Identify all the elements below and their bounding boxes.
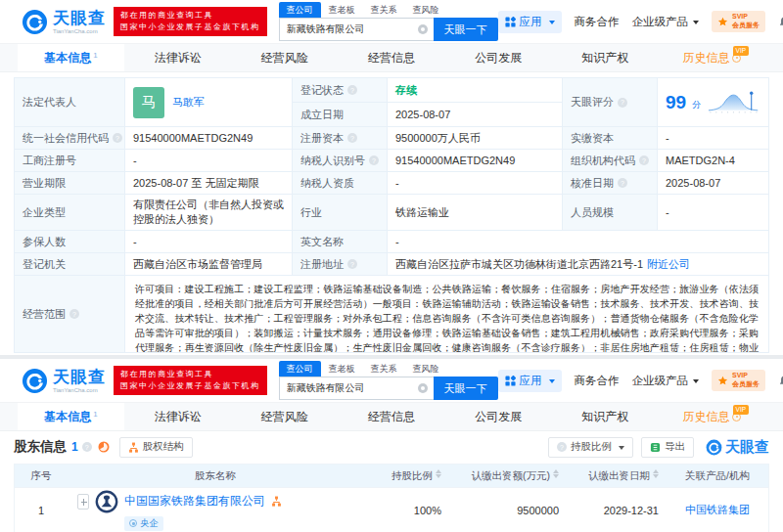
equity-structure-button[interactable]: 股权结构: [119, 437, 193, 458]
col-amount[interactable]: 认缴出资额(万元): [451, 469, 569, 483]
sort-icon[interactable]: [553, 469, 559, 483]
label-reg-authority: 登记机关: [15, 253, 124, 275]
search-tab-risk[interactable]: 查风险: [405, 2, 447, 18]
related-product-link[interactable]: 中国铁路集团: [685, 503, 750, 517]
nav-products[interactable]: 企业级产品: [632, 374, 700, 388]
nav-apps[interactable]: 应用: [498, 370, 562, 392]
tab-operation-risk[interactable]: 经营风险: [231, 403, 338, 430]
info-icon[interactable]: [347, 85, 357, 95]
badge-icon: [129, 519, 137, 527]
central-enterprise-badge[interactable]: 央企: [124, 516, 163, 531]
legal-rep-link[interactable]: 马敢军: [172, 95, 205, 110]
search-tab-company[interactable]: 查公司: [279, 361, 321, 377]
logo-domain: TianYanCha.com: [53, 387, 106, 393]
shareholders-count: 1: [71, 440, 78, 454]
tianyancha-logo-icon: [22, 9, 48, 35]
tianyancha-logo[interactable]: 天眼查 TianYanCha.com: [22, 368, 106, 394]
nav-cooperation[interactable]: 商务合作: [575, 374, 620, 388]
info-icon[interactable]: [347, 133, 357, 143]
tab-company-development[interactable]: 公司发展: [445, 44, 552, 71]
tianyancha-logo-icon: [706, 439, 722, 456]
svip-badge[interactable]: SVIP会员服务: [712, 370, 765, 391]
tianyan-score-cell[interactable]: 99 分: [658, 78, 768, 126]
info-icon[interactable]: [113, 133, 122, 143]
shareholder-name-link[interactable]: 中国国家铁路集团有限公司: [124, 493, 265, 510]
sort-icon[interactable]: [436, 469, 441, 483]
company-tabbar: 基本信息1 法律诉讼 经营风险 经营信息 公司发展 知识产权 历史信息 VIP: [0, 402, 783, 431]
banner-line2: 国家中小企业发展子基金旗下机构: [120, 380, 260, 392]
business-term-value: 2025-08-07 至 无固定期限: [125, 172, 292, 194]
info-icon[interactable]: [347, 259, 357, 269]
info-icon[interactable]: [369, 155, 379, 165]
search-button[interactable]: 天眼一下: [434, 377, 498, 400]
avatar[interactable]: 马: [133, 87, 164, 118]
tab-lawsuits[interactable]: 法律诉讼: [124, 44, 231, 71]
nav-notifications[interactable]: [778, 16, 783, 28]
nav-apps[interactable]: 应用: [498, 11, 562, 33]
search-input[interactable]: [279, 18, 434, 41]
col-date[interactable]: 认缴出资日期: [569, 469, 667, 483]
nearby-companies-link[interactable]: 附近公司: [647, 257, 690, 272]
expand-icon[interactable]: [77, 494, 89, 510]
tab-lawsuits[interactable]: 法律诉讼: [124, 403, 231, 430]
tab-operation-info[interactable]: 经营信息: [338, 44, 444, 71]
grid-icon: [505, 376, 516, 386]
logo-text: 天眼查: [53, 10, 106, 26]
export-button[interactable]: 导出: [641, 437, 694, 458]
sort-icon[interactable]: [653, 469, 659, 483]
search-input[interactable]: [279, 377, 434, 400]
search-block: 查公司 查老板 查关系 查风险 天眼一下: [279, 2, 498, 41]
search-tab-boss[interactable]: 查老板: [321, 361, 363, 377]
tab-intellectual-property[interactable]: 知识产权: [552, 403, 659, 430]
tab-company-development[interactable]: 公司发展: [445, 403, 552, 430]
tab-basic-info[interactable]: 基本信息1: [18, 403, 124, 430]
info-icon[interactable]: [69, 309, 79, 319]
camera-icon[interactable]: [418, 383, 428, 393]
basic-info-screenshot: 天眼查 TianYanCha.com 都在用的商业查询工具 国家中小企业发展子基…: [0, 0, 783, 355]
label-english-name: 英文名称: [293, 231, 387, 252]
org-structure-icon[interactable]: [271, 496, 282, 507]
tab-operation-info[interactable]: 经营信息: [338, 403, 444, 430]
col-ratio[interactable]: 持股比例: [363, 469, 451, 483]
tianyancha-logo-icon: [22, 368, 48, 394]
nav-products[interactable]: 企业级产品: [632, 15, 700, 29]
score-value: 99: [666, 93, 686, 111]
search-button[interactable]: 天眼一下: [434, 18, 498, 41]
china-railway-logo-icon: [95, 490, 118, 513]
table-row: 1 中国国家铁路集团有限公司 央企 100% 9500000 2029-12-3…: [15, 487, 768, 532]
label-business-scope: 经营范围: [15, 276, 124, 352]
info-icon[interactable]: [82, 442, 92, 452]
tab-history-info[interactable]: 历史信息 VIP: [659, 44, 765, 71]
camera-icon[interactable]: [418, 24, 428, 34]
chevron-down-icon: [549, 379, 555, 386]
tab-operation-risk[interactable]: 经营风险: [231, 44, 338, 71]
tab-basic-info[interactable]: 基本信息1: [18, 44, 124, 71]
label-reg-address: 注册地址: [293, 253, 387, 275]
banner-line1: 都在用的商业查询工具: [120, 369, 260, 380]
reg-authority-value: 西藏自治区市场监督管理局: [125, 253, 292, 275]
nav-cooperation[interactable]: 商务合作: [575, 15, 620, 29]
company-tabbar: 基本信息1 法律诉讼 经营风险 经营信息 公司发展 知识产权 历史信息 VIP: [0, 43, 783, 72]
ratio-filter-button[interactable]: 持股比例: [548, 437, 633, 458]
label-taxpayer-qualification: 纳税人资质: [293, 172, 387, 194]
label-business-term: 营业期限: [15, 172, 124, 194]
nav-notifications[interactable]: [778, 375, 783, 387]
credit-code-value: 91540000MAETDG2N49: [125, 127, 292, 149]
svip-badge[interactable]: SVIP会员服务: [712, 11, 765, 32]
label-staff-size: 人员规模: [563, 195, 657, 230]
chevron-down-icon: [549, 21, 555, 27]
info-icon[interactable]: [618, 98, 627, 108]
hot-marker-icon: [98, 441, 110, 453]
tab-history-info[interactable]: 历史信息 VIP: [659, 403, 765, 430]
search-tab-relation[interactable]: 查关系: [363, 361, 405, 377]
search-tab-risk[interactable]: 查风险: [405, 361, 447, 377]
tianyancha-logo[interactable]: 天眼查 TianYanCha.com: [22, 9, 106, 35]
search-tab-company[interactable]: 查公司: [279, 2, 321, 18]
tianyancha-watermark: 天眼查: [706, 438, 769, 457]
info-icon[interactable]: [618, 178, 627, 188]
search-tab-boss[interactable]: 查老板: [321, 2, 363, 18]
tab-intellectual-property[interactable]: 知识产权: [552, 44, 659, 71]
info-icon[interactable]: [639, 155, 649, 165]
org-code-value: MAETDG2N-4: [658, 150, 768, 171]
search-tab-relation[interactable]: 查关系: [363, 2, 405, 18]
